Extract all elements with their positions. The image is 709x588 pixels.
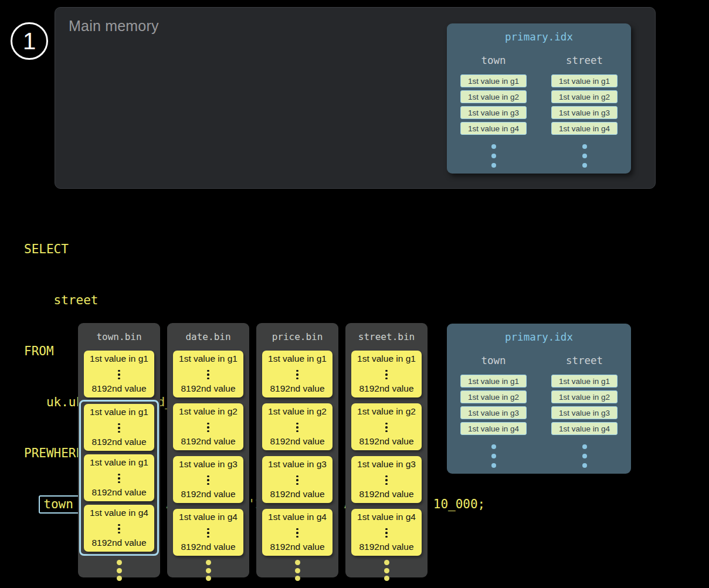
bin-header-price: price.bin bbox=[256, 323, 338, 351]
ellipsis-dots-icon bbox=[78, 560, 160, 581]
index-entry: 1st value in g4 bbox=[551, 122, 618, 135]
granule-last-value: 8192nd value bbox=[91, 383, 146, 394]
index-entry: 1st value in g3 bbox=[551, 106, 618, 119]
index-entry: 1st value in g1 bbox=[551, 74, 618, 87]
granule-first-value: 1st value in g1 bbox=[90, 407, 148, 417]
ellipsis-dots-icon bbox=[167, 560, 249, 581]
ellipsis-dots-icon bbox=[296, 526, 298, 538]
granule-block: 1st value in g2 8192nd value bbox=[173, 403, 243, 450]
ellipsis-dots-icon bbox=[256, 560, 338, 581]
index-entry: 1st value in g1 bbox=[551, 375, 618, 388]
index-column-town: town 1st value in g1 1st value in g2 1st… bbox=[460, 355, 527, 468]
granule-first-value: 1st value in g4 bbox=[268, 512, 327, 522]
granule-block: 1st value in g3 8192nd value bbox=[351, 456, 422, 503]
primary-index-columns: town 1st value in g1 1st value in g2 1st… bbox=[447, 355, 631, 468]
granule-stack: 1st value in g1 8192nd value 1st value i… bbox=[256, 351, 338, 556]
ellipsis-dots-icon bbox=[118, 522, 120, 534]
granule-last-value: 8192nd value bbox=[181, 542, 235, 552]
index-entry: 1st value in g2 bbox=[460, 90, 527, 103]
index-column-street: street 1st value in g1 1st value in g2 1… bbox=[551, 355, 618, 468]
bin-column-price: price.bin 1st value in g1 8192nd value 1… bbox=[256, 323, 338, 577]
ellipsis-dots-icon bbox=[385, 526, 387, 538]
granule-block: 1st value in g1 8192nd value bbox=[351, 351, 422, 397]
granule-last-value: 8192nd value bbox=[91, 538, 146, 548]
granule-last-value: 8192nd value bbox=[270, 436, 324, 447]
granule-block: 1st value in g1 8192nd value bbox=[173, 351, 243, 397]
granule-block: 1st value in g4 8192nd value bbox=[351, 509, 422, 556]
bin-header-street: street.bin bbox=[345, 323, 428, 351]
granule-first-value: 1st value in g4 bbox=[90, 508, 148, 518]
index-entry: 1st value in g4 bbox=[551, 422, 618, 435]
step-1-badge: 1 bbox=[11, 22, 48, 60]
granule-block: 1st value in g1 8192nd value bbox=[84, 454, 154, 501]
granule-first-value: 1st value in g2 bbox=[179, 406, 238, 417]
ellipsis-dots-icon bbox=[207, 368, 209, 380]
granule-first-value: 1st value in g1 bbox=[179, 354, 238, 364]
index-entry: 1st value in g3 bbox=[460, 406, 527, 419]
granule-last-value: 8192nd value bbox=[359, 383, 413, 394]
granule-stack: 1st value in g1 8192nd value 1st value i… bbox=[345, 351, 428, 556]
index-column-header-town: town bbox=[481, 355, 506, 366]
index-column-header-street: street bbox=[566, 55, 603, 66]
index-entry: 1st value in g2 bbox=[551, 90, 618, 103]
bin-column-date: date.bin 1st value in g1 8192nd value 1s… bbox=[167, 323, 249, 577]
granule-first-value: 1st value in g1 bbox=[90, 354, 148, 364]
ellipsis-dots-icon bbox=[296, 421, 298, 433]
main-memory-panel: Main memory primary.idx town 1st value i… bbox=[55, 7, 656, 189]
ellipsis-dots-icon bbox=[491, 444, 496, 468]
index-entry: 1st value in g3 bbox=[460, 106, 527, 119]
ellipsis-dots-icon bbox=[118, 368, 120, 380]
index-column-header-town: town bbox=[481, 55, 506, 66]
granule-first-value: 1st value in g1 bbox=[90, 457, 148, 468]
index-entry: 1st value in g1 bbox=[460, 375, 527, 388]
ellipsis-dots-icon bbox=[345, 560, 428, 581]
granule-first-value: 1st value in g3 bbox=[179, 459, 238, 470]
granule-block: 1st value in g2 8192nd value bbox=[351, 403, 422, 450]
granule-last-value: 8192nd value bbox=[181, 383, 235, 394]
index-entry: 1st value in g4 bbox=[460, 422, 527, 435]
granule-last-value: 8192nd value bbox=[359, 542, 413, 552]
granule-first-value: 1st value in g4 bbox=[357, 512, 416, 522]
granule-first-value: 1st value in g2 bbox=[268, 406, 327, 417]
granule-last-value: 8192nd value bbox=[181, 436, 235, 447]
granule-first-value: 1st value in g1 bbox=[357, 354, 416, 364]
ellipsis-dots-icon bbox=[296, 474, 298, 485]
granule-first-value: 1st value in g1 bbox=[268, 354, 327, 364]
granule-last-value: 8192nd value bbox=[91, 437, 146, 447]
index-entry: 1st value in g2 bbox=[460, 390, 527, 403]
granule-block: 1st value in g3 8192nd value bbox=[262, 456, 333, 503]
bin-column-town: town.bin 1st value in g1 8192nd value 1s… bbox=[78, 323, 160, 577]
index-entry: 1st value in g2 bbox=[551, 390, 618, 403]
granule-first-value: 1st value in g4 bbox=[179, 512, 238, 522]
granule-block: 1st value in g1 8192nd value bbox=[84, 351, 154, 397]
ellipsis-dots-icon bbox=[207, 474, 209, 485]
ellipsis-dots-icon bbox=[385, 421, 387, 433]
ellipsis-dots-icon bbox=[491, 144, 496, 168]
index-entry: 1st value in g1 bbox=[460, 74, 527, 87]
ellipsis-dots-icon bbox=[118, 472, 120, 484]
step-1-label: 1 bbox=[23, 29, 36, 53]
granule-last-value: 8192nd value bbox=[181, 489, 235, 499]
primary-index-title: primary.idx bbox=[447, 324, 631, 343]
selected-granules-border: 1st value in g1 8192nd value 1st value i… bbox=[79, 400, 159, 556]
index-entry: 1st value in g4 bbox=[460, 122, 527, 135]
sql-line: street bbox=[24, 292, 485, 309]
primary-index-title: primary.idx bbox=[447, 23, 631, 43]
granule-block: 1st value in g1 8192nd value bbox=[262, 351, 333, 397]
granule-last-value: 8192nd value bbox=[270, 542, 324, 552]
ellipsis-dots-icon bbox=[582, 144, 587, 168]
index-column-header-street: street bbox=[566, 355, 603, 366]
index-column-street: street 1st value in g1 1st value in g2 1… bbox=[551, 55, 618, 168]
granule-block: 1st value in g4 8192nd value bbox=[173, 509, 243, 556]
granule-block: 1st value in g3 8192nd value bbox=[173, 456, 243, 503]
ellipsis-dots-icon bbox=[296, 368, 298, 380]
granule-first-value: 1st value in g3 bbox=[357, 459, 416, 470]
ellipsis-dots-icon bbox=[385, 368, 387, 380]
primary-index-card-bottom: primary.idx town 1st value in g1 1st val… bbox=[447, 324, 631, 474]
bin-column-street: street.bin 1st value in g1 8192nd value … bbox=[345, 323, 428, 577]
index-entry: 1st value in g3 bbox=[551, 406, 618, 419]
primary-index-columns: town 1st value in g1 1st value in g2 1st… bbox=[447, 55, 631, 168]
granule-block: 1st value in g4 8192nd value bbox=[84, 505, 154, 552]
granule-first-value: 1st value in g3 bbox=[268, 459, 327, 470]
main-memory-title: Main memory bbox=[69, 18, 159, 35]
